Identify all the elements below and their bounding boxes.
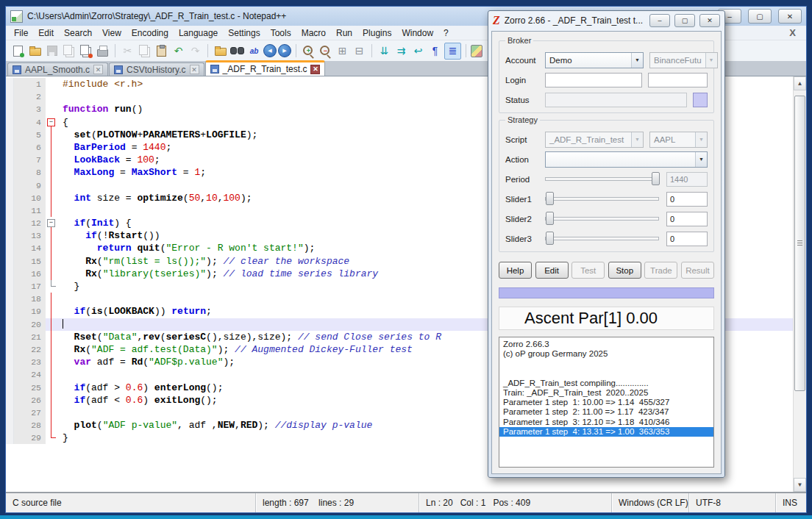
scroll-down-button[interactable]: ▼ — [794, 478, 806, 492]
sync-horizontal-scroll-icon[interactable]: ⇉ — [393, 43, 409, 59]
action-select[interactable]: ▼ — [545, 151, 708, 168]
tab-adf-r-train-test[interactable]: _ADF_R_Train_test.c✕ — [205, 60, 326, 76]
sync-vertical-scroll-icon[interactable]: ⇊ — [377, 43, 392, 59]
tab-csvtohistory[interactable]: CSVtoHistory.c✕ — [109, 62, 204, 76]
menu-run[interactable]: Run — [331, 27, 357, 39]
log-line[interactable]: (c) oP group Germany 2025 — [503, 349, 710, 359]
log-line[interactable]: Zorro 2.66.3 — [503, 340, 710, 349]
print-icon[interactable] — [95, 43, 110, 59]
maximize-button[interactable]: ▢ — [748, 9, 772, 24]
tab-adf-r-train-test-label: _ADF_R_Train_test.c — [223, 64, 307, 74]
edit-button[interactable]: Edit — [535, 262, 569, 279]
log-line[interactable] — [503, 369, 710, 379]
slider1-slider[interactable] — [545, 197, 659, 201]
period-slider[interactable] — [545, 177, 659, 181]
expand-all-icon[interactable]: ⊞ — [335, 43, 350, 59]
collapse-all-icon[interactable]: ⊟ — [352, 43, 367, 59]
window-border-accent — [0, 515, 812, 519]
show-all-characters-icon[interactable]: ¶ — [427, 43, 443, 59]
line-number: 5 — [14, 129, 46, 141]
login-password-field[interactable] — [648, 73, 708, 87]
menu-search[interactable]: Search — [59, 27, 97, 39]
fold-margin — [46, 154, 57, 166]
slider2-slider-thumb[interactable] — [546, 212, 554, 225]
help-button[interactable]: Help — [499, 262, 532, 279]
zorro-maximize-button[interactable]: ▢ — [674, 14, 695, 27]
word-wrap-icon[interactable]: ↩ — [410, 43, 426, 59]
log-line[interactable]: Train: _ADF_R_Train_test 2020..2025 — [503, 388, 710, 398]
slider1-value-field[interactable]: 0 — [666, 192, 708, 207]
line-number: 28 — [14, 419, 46, 432]
fold-margin — [46, 229, 57, 242]
nav-forward-icon[interactable]: ▶ — [278, 44, 291, 57]
menubar-close-button[interactable]: X — [789, 27, 796, 38]
status-label: Status — [505, 96, 545, 104]
log-line[interactable]: _ADF_R_Train_test compiling.............… — [503, 379, 710, 388]
document-map-icon[interactable] — [471, 45, 482, 57]
line-number: 25 — [14, 382, 46, 394]
fold-toggle-icon[interactable] — [46, 116, 57, 129]
zorro-minimize-button[interactable]: – — [649, 14, 670, 27]
menu-plugins[interactable]: Plugins — [357, 27, 396, 39]
indent-guide-icon[interactable]: ≣ — [444, 43, 461, 60]
menu-view[interactable]: View — [97, 27, 127, 39]
toolbar-separator — [371, 44, 372, 57]
log-line[interactable]: Parameter 1 step 4: 13.31 => 1.00 363/35… — [499, 427, 713, 437]
find-icon[interactable] — [229, 43, 245, 59]
menu-tools[interactable]: Tools — [266, 27, 296, 39]
zoom-out-icon[interactable]: − — [318, 43, 333, 59]
cut-icon: ✂ — [120, 43, 135, 59]
menu-language[interactable]: Language — [174, 27, 223, 39]
period-slider-thumb[interactable] — [652, 172, 660, 185]
new-file-icon[interactable] — [10, 43, 26, 59]
slider3-slider[interactable] — [545, 237, 659, 240]
account-select[interactable]: Demo ▼ — [545, 52, 644, 68]
zorro-logo-icon: Z — [493, 14, 500, 27]
line-number: 20 — [14, 318, 46, 331]
undo-icon[interactable]: ↶ — [171, 43, 186, 59]
slider2-slider[interactable] — [545, 217, 659, 221]
menu-help[interactable]: ? — [438, 27, 454, 39]
statusbar-eol-format: Windows (CR LF) — [612, 493, 689, 512]
slider2-value-field[interactable]: 0 — [666, 212, 708, 226]
log-line[interactable]: Parameter 1 step 2: 11.00 => 1.17 423/34… — [503, 407, 710, 417]
slider3-slider-thumb[interactable] — [546, 232, 554, 245]
statusbar-length-lines: length : 697 lines : 29 — [256, 493, 419, 512]
fold-toggle-icon[interactable] — [46, 217, 57, 229]
scrollbar-thumb[interactable] — [794, 96, 805, 391]
nav-back-icon[interactable]: ◀ — [263, 44, 277, 57]
find-in-files-icon[interactable] — [213, 43, 228, 59]
log-output[interactable]: Zorro 2.66.3(c) oP group Germany 2025 _A… — [499, 337, 714, 468]
zorro-close-button[interactable]: ✕ — [699, 14, 720, 27]
line-number: 19 — [14, 305, 46, 318]
menu-edit[interactable]: Edit — [33, 27, 59, 39]
log-line[interactable]: Parameter 1 step 3: 12.10 => 1.18 410/34… — [503, 418, 710, 427]
stop-button[interactable]: Stop — [608, 262, 641, 279]
log-line[interactable] — [503, 359, 710, 368]
tab-close-icon[interactable]: ✕ — [190, 65, 199, 74]
log-line[interactable]: Parameter 1 step 1: 10.00 => 1.14 455/32… — [503, 398, 710, 407]
paste-icon[interactable] — [154, 43, 169, 59]
tab-close-icon[interactable]: ✕ — [310, 65, 320, 74]
menu-window[interactable]: Window — [396, 27, 438, 39]
chevron-down-icon: ▼ — [631, 132, 643, 147]
slider1-slider-thumb[interactable] — [546, 192, 554, 205]
menu-encoding[interactable]: Encoding — [127, 27, 174, 39]
tab-aapl-smooth[interactable]: AAPL_Smooth.c✕ — [7, 62, 108, 76]
zoom-in-icon[interactable]: + — [301, 43, 316, 59]
tab-close-icon[interactable]: ✕ — [93, 65, 103, 74]
replace-icon[interactable]: ab — [246, 43, 262, 59]
close-button[interactable]: ✕ — [778, 9, 802, 24]
menu-macro[interactable]: Macro — [296, 27, 331, 39]
editor-vertical-scrollbar[interactable]: ▲ ▼ — [793, 76, 806, 492]
slider3-value-field[interactable]: 0 — [666, 232, 708, 246]
menu-settings[interactable]: Settings — [223, 27, 265, 39]
bookmark-margin — [6, 179, 14, 192]
open-file-icon[interactable] — [27, 43, 43, 59]
save-all-icon[interactable] — [78, 43, 93, 59]
scroll-up-button[interactable]: ▲ — [794, 76, 806, 90]
fold-margin — [46, 356, 57, 368]
login-user-field[interactable] — [545, 73, 642, 87]
tab-aapl-smooth-label: AAPL_Smooth.c — [25, 65, 90, 75]
menu-file[interactable]: File — [9, 27, 33, 39]
